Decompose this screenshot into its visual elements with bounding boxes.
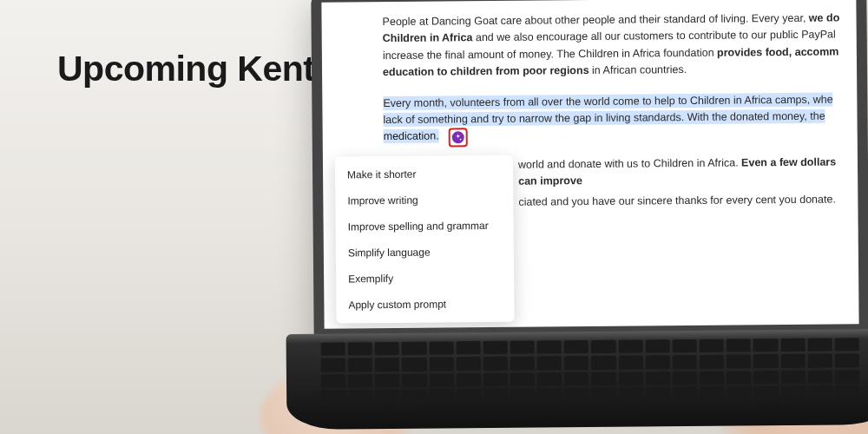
bold-text: Children in Africa <box>383 32 473 45</box>
ai-action-improve-writing[interactable]: Improve writing <box>335 187 513 214</box>
text: in African countries. <box>589 63 687 76</box>
bold-text: provides food, accomm <box>717 45 838 58</box>
bold-text: we do <box>809 11 840 23</box>
text: increase the final amount of money. The … <box>383 46 717 61</box>
screen: People at Dancing Goat care about other … <box>321 0 858 329</box>
ai-action-simplify[interactable]: Simplify language <box>336 239 514 266</box>
text: People at Dancing Goat care about other … <box>382 12 808 28</box>
text: ciated and you have our sincere thanks f… <box>518 193 836 207</box>
laptop-base <box>286 329 868 430</box>
ai-sparkle-icon <box>452 131 464 143</box>
text: and we also encourage all our customers … <box>472 29 835 44</box>
text: world and donate with us to Children in … <box>518 156 741 170</box>
laptop-mock: People at Dancing Goat care about other … <box>312 0 868 434</box>
screen-bezel: People at Dancing Goat care about other … <box>311 0 868 341</box>
paragraph-1[interactable]: People at Dancing Goat care about other … <box>382 10 857 81</box>
selected-text: medication. <box>384 129 439 144</box>
ai-trigger-button[interactable] <box>449 128 468 147</box>
ai-action-spelling-grammar[interactable]: Improve spelling and grammar <box>335 213 513 240</box>
selected-text: Every month, volunteers from all over th… <box>383 92 832 110</box>
ai-action-make-shorter[interactable]: Make it shorter <box>335 161 513 188</box>
paragraph-3[interactable]: world and donate with us to Children in … <box>518 154 858 214</box>
ai-actions-menu: Make it shorter Improve writing Improve … <box>335 155 515 324</box>
ai-action-exemplify[interactable]: Exemplify <box>336 265 514 293</box>
selected-text: lack of something and try to narrow the … <box>383 109 825 127</box>
keyboard <box>321 338 860 403</box>
ai-action-custom-prompt[interactable]: Apply custom prompt <box>336 291 514 319</box>
bold-text: education to children from poor regions <box>383 64 589 78</box>
